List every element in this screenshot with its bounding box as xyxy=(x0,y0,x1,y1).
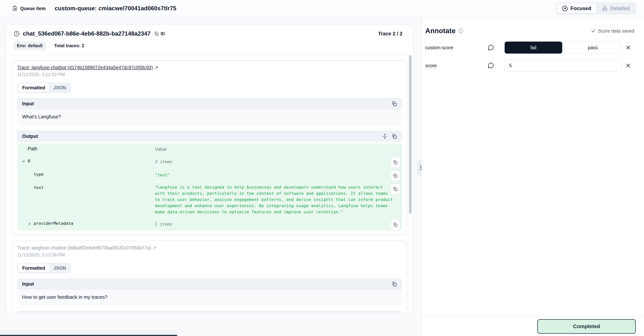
bottom-edge-bar xyxy=(0,335,177,336)
output-section-title: Output xyxy=(22,133,38,139)
info-icon[interactable] xyxy=(458,28,464,34)
copy-row-button[interactable] xyxy=(390,170,400,181)
copy-row-button[interactable] xyxy=(390,157,400,168)
row-value: 3 items xyxy=(155,155,402,168)
comment-icon[interactable] xyxy=(488,62,494,69)
clock-icon xyxy=(14,31,20,37)
copy-input-button[interactable] xyxy=(392,101,397,107)
total-traces-label: Total traces: 2 xyxy=(54,43,84,48)
table-row[interactable]: 0 3 items xyxy=(17,155,402,168)
copy-row-button[interactable] xyxy=(390,183,400,195)
trace-1-input-section: Input What's Langfuse? xyxy=(17,98,402,126)
score-row-custom-score: custom-score fail pass xyxy=(425,42,634,54)
queue-item-badge-label: Queue item xyxy=(20,6,46,11)
env-badge: Env: default xyxy=(14,41,46,50)
panel-divider xyxy=(421,18,422,336)
trace-2-input-section: Input How to get user feedback in my tra… xyxy=(17,278,402,306)
completed-button[interactable]: Completed xyxy=(537,319,636,334)
queue-item-panel-header: chat_536ed067-b86e-4eb6-882b-ba27148a234… xyxy=(6,25,413,56)
input-section-title: Input xyxy=(22,101,34,107)
row-path: 0 xyxy=(28,159,30,163)
score-name-label: custom-score xyxy=(425,45,483,50)
save-status: Score data saved xyxy=(591,28,634,34)
output-json-table-1: Path Value 0 3 items xyxy=(17,143,402,231)
trace-card-2: Trace: langfuse-chatbot (9d0a6f2e6de8670… xyxy=(12,241,407,313)
trace-1-output-section: Output Path Valu xyxy=(17,131,402,231)
tab-formatted[interactable]: Formatted xyxy=(18,264,49,272)
score-row-score: score xyxy=(425,60,634,72)
trace-2-output-section: Output Path Valu xyxy=(17,311,402,313)
copy-output-button[interactable] xyxy=(392,134,397,139)
chevron-right-icon[interactable] xyxy=(27,221,34,226)
queue-item-badge: Queue item xyxy=(8,3,50,14)
trace-2-link[interactable]: Trace: langfuse-chatbot (9d0a6f2e6de8670… xyxy=(17,245,151,251)
table-row[interactable]: type "text" xyxy=(17,168,402,181)
view-mode-toggle: Focused Detailed xyxy=(556,2,636,15)
option-pass-button[interactable]: pass xyxy=(564,42,622,54)
tab-formatted[interactable]: Formatted xyxy=(18,83,49,92)
detailed-view-button[interactable]: Detailed xyxy=(596,3,635,14)
annotate-panel: Annotate Score data saved custom-score f… xyxy=(422,18,644,316)
trace-counter: Trace 2 / 2 xyxy=(378,31,402,37)
copy-row-button[interactable] xyxy=(390,219,400,230)
focused-view-button[interactable]: Focused xyxy=(557,3,596,14)
trace-2-input-text: How to get user feedback in my traces? xyxy=(17,290,402,306)
clipboard-pen-icon xyxy=(12,6,18,11)
copy-id-button[interactable] xyxy=(154,31,159,36)
row-value: 1 items xyxy=(155,218,402,231)
close-icon[interactable] xyxy=(622,63,634,68)
trace-card-1: Trace: langfuse-chatbot (d174b1589072e43… xyxy=(12,60,407,235)
trace-1-link[interactable]: Trace: langfuse-chatbot (d174b1589072e43… xyxy=(17,65,153,70)
score-name-label: score xyxy=(425,63,437,69)
annotate-title: Annotate xyxy=(425,27,456,35)
focused-view-label: Focused xyxy=(570,6,591,12)
table-row[interactable]: providerMetadata 1 items xyxy=(17,217,402,231)
option-fail-button[interactable]: fail xyxy=(504,42,562,54)
column-value: Value xyxy=(155,143,402,155)
detailed-view-label: Detailed xyxy=(610,6,630,12)
row-path: providerMetadata xyxy=(34,221,73,226)
external-link-arrow: ↗ xyxy=(154,65,158,70)
row-path: type xyxy=(34,172,44,177)
trace-1-format-tabs: Formatted JSON xyxy=(17,82,71,93)
column-path: Path xyxy=(28,146,37,152)
page-title: custom-queue: cmiacwel70041ad060s7tlr75 xyxy=(55,5,176,12)
top-bar: Queue item custom-queue: cmiacwel70041ad… xyxy=(0,0,644,17)
save-status-label: Score data saved xyxy=(598,28,634,34)
input-section-title: Input xyxy=(22,281,34,287)
copy-input-button[interactable] xyxy=(392,281,397,287)
row-path: text xyxy=(34,185,44,190)
close-icon[interactable] xyxy=(622,45,634,50)
row-value: "Langfuse is a tool designed to help bus… xyxy=(155,182,402,217)
json-table-header: Path Value xyxy=(17,143,402,155)
chevron-down-icon[interactable] xyxy=(21,159,28,164)
tree-icon xyxy=(602,6,608,12)
traces-scroll-area: Trace: langfuse-chatbot (d174b1589072e43… xyxy=(12,55,407,313)
gauge-icon xyxy=(562,6,568,12)
trace-1-input-text: What's Langfuse? xyxy=(17,109,402,126)
table-row[interactable]: text "Langfuse is a tool designed to hel… xyxy=(17,181,402,217)
comment-icon[interactable] xyxy=(488,44,494,51)
scrollbar-thumb[interactable] xyxy=(409,55,412,214)
tab-json[interactable]: JSON xyxy=(49,264,70,272)
trace-2-format-tabs: Formatted JSON xyxy=(17,263,71,273)
queue-item-title: chat_536ed067-b86e-4eb6-882b-ba27148a234… xyxy=(23,30,150,37)
app-root: Queue item custom-queue: cmiacwel70041ad… xyxy=(0,0,644,336)
trace-1-timestamp: 11/12/2025, 3:12:32 PM xyxy=(17,72,402,77)
score-value-input[interactable] xyxy=(504,60,622,72)
annotate-footer: Completed xyxy=(422,316,644,336)
id-label: ID xyxy=(160,31,165,36)
external-link-arrow: ↗ xyxy=(153,245,156,251)
tab-json[interactable]: JSON xyxy=(49,83,70,92)
unfold-output-button[interactable] xyxy=(382,134,388,139)
trace-2-timestamp: 11/12/2025, 3:12:36 PM xyxy=(17,252,402,257)
queue-item-panel: chat_536ed067-b86e-4eb6-882b-ba27148a234… xyxy=(6,24,414,314)
row-value: "text" xyxy=(155,169,402,181)
check-icon xyxy=(591,29,596,33)
